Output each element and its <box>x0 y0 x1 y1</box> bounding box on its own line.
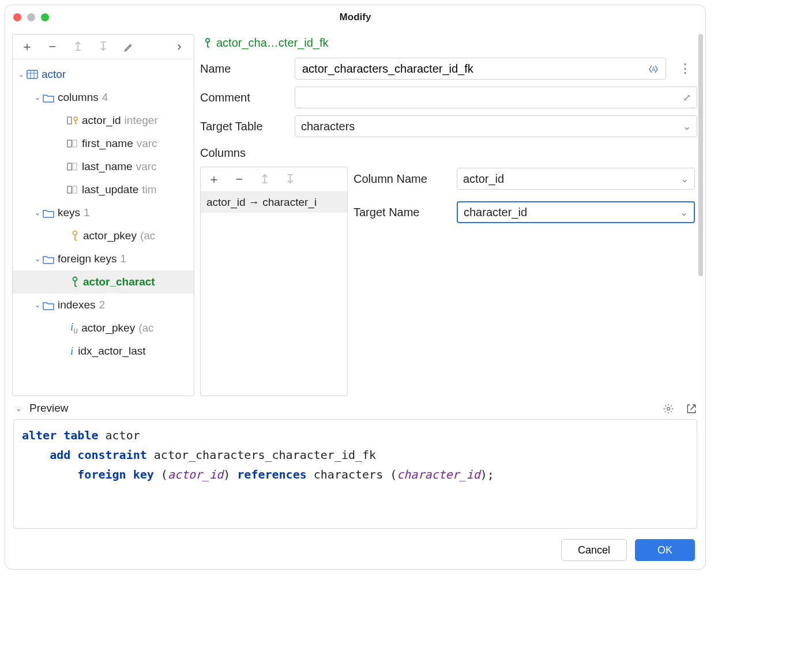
breadcrumb[interactable]: actor_cha…cter_id_fk <box>204 36 697 50</box>
down-icon: ↧ <box>97 39 110 54</box>
tree-toolbar: ＋ − ↥ ↧ › <box>13 35 194 59</box>
svg-point-12 <box>73 231 77 235</box>
tree-column-row[interactable]: first_name varc <box>13 132 194 155</box>
up-icon: ↥ <box>72 39 84 54</box>
tree-column-row[interactable]: last_name varc <box>13 155 194 178</box>
tree-key-row[interactable]: actor_pkey (ac <box>13 224 194 247</box>
name-input[interactable]: A <box>295 58 666 80</box>
table-icon <box>27 69 38 80</box>
tree-column-row[interactable]: actor_id integer <box>13 109 194 132</box>
tree-foreign-key-row[interactable]: actor_charact <box>13 270 194 293</box>
preview-label: Preview <box>29 402 69 415</box>
collapse-preview-icon[interactable]: ⌄ <box>13 404 24 413</box>
column-icon <box>67 138 80 149</box>
tree-table-row[interactable]: ⌄ actor <box>13 63 194 86</box>
key-icon <box>70 230 80 242</box>
svg-rect-4 <box>67 117 72 124</box>
chevron-down-icon: ⌄ <box>683 121 691 133</box>
structure-tree-panel: ＋ − ↥ ↧ › ⌄ actor <box>12 34 194 396</box>
foreign-key-icon <box>70 276 80 288</box>
comment-input[interactable]: ⤢ <box>295 86 697 108</box>
dialog-footer: Cancel OK <box>5 534 705 569</box>
svg-rect-7 <box>73 140 77 147</box>
remove-icon[interactable]: − <box>46 39 59 54</box>
column-mapping-item[interactable]: actor_id → character_i <box>201 192 347 213</box>
chevron-down-icon: ⌄ <box>680 206 688 219</box>
preview-section: ⌄ Preview alter table actor add constrai… <box>13 402 697 529</box>
foreign-key-icon <box>204 37 212 49</box>
folder-icon <box>43 91 54 104</box>
down-icon: ↧ <box>284 172 296 187</box>
column-mapping-list: ＋ − ↥ ↧ actor_id → character_i <box>200 167 348 396</box>
index-icon: i <box>70 345 73 357</box>
tree-table-name: actor <box>42 68 66 81</box>
svg-point-5 <box>74 117 77 121</box>
target-table-label: Target Table <box>200 120 287 133</box>
svg-rect-6 <box>67 140 72 147</box>
expand-icon[interactable]: › <box>173 39 186 54</box>
tree-group-indexes[interactable]: ⌄ indexes 2 <box>13 293 194 317</box>
column-list-toolbar: ＋ − ↥ ↧ <box>201 167 347 192</box>
svg-rect-9 <box>73 163 77 170</box>
tree-index-row[interactable]: i idx_actor_last <box>13 340 194 363</box>
columns-section-label: Columns <box>200 146 697 160</box>
svg-text:A: A <box>652 66 656 73</box>
open-externally-icon[interactable] <box>686 402 697 415</box>
tree-column-row[interactable]: last_update tim <box>13 178 194 201</box>
expand-comment-icon[interactable]: ⤢ <box>683 92 691 104</box>
column-name-label: Column Name <box>354 172 449 186</box>
svg-rect-0 <box>27 70 37 78</box>
folder-icon <box>43 299 54 311</box>
svg-rect-10 <box>67 186 72 193</box>
add-icon[interactable]: ＋ <box>21 38 33 55</box>
pk-column-icon <box>67 115 80 126</box>
target-name-label: Target Name <box>354 206 449 219</box>
chevron-down-icon: ⌄ <box>681 173 689 185</box>
edit-icon[interactable] <box>122 39 135 54</box>
comment-label: Comment <box>200 91 287 104</box>
more-options-icon[interactable]: ⋮ <box>674 61 697 76</box>
remove-icon[interactable]: − <box>233 172 246 187</box>
name-label: Name <box>200 62 287 76</box>
sql-preview[interactable]: alter table actor add constraint actor_c… <box>13 419 697 529</box>
column-icon <box>67 161 80 172</box>
add-icon[interactable]: ＋ <box>208 171 220 188</box>
target-table-select[interactable]: characters ⌄ <box>295 115 697 137</box>
title-bar: Modify <box>5 5 705 29</box>
scrollbar[interactable] <box>698 34 703 276</box>
settings-icon[interactable] <box>663 402 674 415</box>
column-name-select[interactable]: actor_id ⌄ <box>457 168 695 190</box>
details-panel: actor_cha…cter_id_fk Name A ⋮ Comment <box>200 34 697 396</box>
structure-tree[interactable]: ⌄ actor ⌄ columns 4 <box>13 59 194 396</box>
svg-point-13 <box>73 277 77 281</box>
cancel-button[interactable]: Cancel <box>561 539 627 561</box>
svg-point-14 <box>206 38 209 42</box>
column-icon <box>67 185 80 195</box>
modify-dialog: Modify ＋ − ↥ ↧ › ⌄ <box>5 5 706 570</box>
svg-rect-11 <box>73 186 77 193</box>
svg-point-16 <box>667 407 670 410</box>
tree-index-row[interactable]: iu actor_pkey (ac <box>13 317 194 340</box>
target-name-select[interactable]: character_id ⌄ <box>457 201 695 223</box>
folder-icon <box>43 253 54 265</box>
tree-group-foreign-keys[interactable]: ⌄ foreign keys 1 <box>13 247 194 270</box>
folder-icon <box>43 206 54 219</box>
ok-button[interactable]: OK <box>635 539 695 561</box>
up-icon: ↥ <box>258 172 271 187</box>
tree-group-keys[interactable]: ⌄ keys 1 <box>13 201 194 224</box>
svg-rect-8 <box>67 163 72 170</box>
index-icon: iu <box>70 321 78 336</box>
window-title: Modify <box>5 12 705 23</box>
tree-group-columns[interactable]: ⌄ columns 4 <box>13 86 194 109</box>
regen-name-icon[interactable]: A <box>647 63 660 74</box>
